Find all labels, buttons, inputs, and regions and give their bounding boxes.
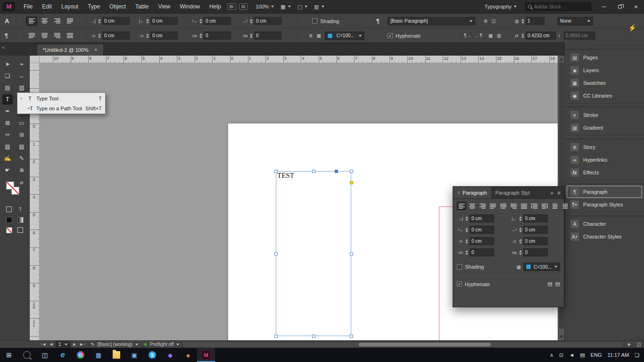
shading-swatch-select[interactable]: C=100... — [325, 32, 364, 40]
rectangle-tool[interactable]: ▭ — [17, 118, 27, 128]
panel-indent-left-field[interactable] — [470, 214, 494, 222]
next-page-button[interactable]: ▶ — [71, 342, 78, 346]
tab-paragraph-styles[interactable]: Paragraph Styl — [491, 187, 534, 198]
taskbar-chrome[interactable] — [72, 348, 90, 362]
horizontal-ruler[interactable]: 109876543210123456789101112131415161718 — [40, 56, 558, 63]
page-tool[interactable]: ❏ — [2, 71, 13, 81]
hyphenate-toggle[interactable]: ✓ Hyphenate — [388, 28, 421, 43]
tab-close-icon[interactable]: ✕ — [94, 48, 98, 52]
gap-tool[interactable]: ↔ — [17, 71, 27, 81]
space-after-stepper[interactable] — [146, 33, 149, 38]
action-center-icon[interactable]: ❑ — [635, 352, 639, 358]
dock-swatches[interactable]: ▦Swatches — [567, 77, 642, 89]
align-jleft-button[interactable] — [488, 202, 497, 210]
panel-hyphenate-checkbox[interactable]: ✓ — [457, 281, 462, 287]
menu-view[interactable]: View — [153, 0, 175, 13]
frame-handle-top-right[interactable] — [350, 170, 353, 173]
scroll-down-icon[interactable] — [560, 336, 563, 338]
align-center-button[interactable] — [39, 16, 50, 26]
content-collector-tool[interactable]: ▤ — [2, 82, 13, 93]
panel-dropcap-lines-field[interactable] — [470, 248, 494, 256]
pen-tool[interactable]: ✒ — [2, 106, 13, 116]
network-icon[interactable]: ⊡ — [559, 352, 563, 358]
numbered-list-icon[interactable]: ≣ — [484, 18, 487, 24]
zoom-level-select[interactable]: 100% — [256, 4, 274, 9]
taskbar-calculator[interactable]: ▦ — [90, 348, 107, 362]
horizontal-scroll-thumb[interactable] — [359, 343, 491, 346]
stepper[interactable] — [465, 250, 468, 255]
minimize-button[interactable] — [596, 0, 612, 13]
last-page-button[interactable]: ▶ — [78, 342, 85, 346]
document-tab[interactable]: *Untitled-2 @ 100% ✕ — [37, 44, 104, 56]
indent-right-field[interactable] — [150, 17, 178, 25]
align-jall-button[interactable] — [519, 202, 528, 210]
align-center-button[interactable] — [467, 202, 477, 210]
document-state-select[interactable]: ✎ [Basic] (working) — [91, 342, 138, 347]
content-placer-tool[interactable]: ▥ — [17, 82, 27, 93]
last-line-indent-field[interactable] — [254, 17, 281, 25]
touch-keyboard-icon[interactable]: ▤ — [580, 352, 585, 358]
panel-space-before-field[interactable] — [470, 237, 494, 245]
stepper[interactable] — [519, 239, 522, 244]
text-frame[interactable]: TEST — [276, 171, 351, 336]
space-after-field[interactable] — [150, 32, 178, 40]
align-jcenter-button[interactable] — [39, 31, 50, 41]
horizontal-scrollbar[interactable] — [182, 342, 623, 347]
align-dirltr-button[interactable] — [550, 202, 560, 210]
align-left-button[interactable] — [457, 202, 466, 210]
first-line-indent-stepper[interactable] — [199, 19, 202, 24]
stock-button[interactable]: St — [239, 3, 248, 10]
taskbar-search[interactable] — [18, 348, 36, 362]
dock-story[interactable]: ≣Story — [567, 141, 642, 153]
dock-character-styles[interactable]: A+Character Styles — [567, 230, 642, 243]
scissors-tool[interactable]: ✂ — [2, 130, 13, 140]
volume-icon[interactable]: ◄ — [569, 352, 574, 358]
flyout-item-type-on-a-path-tool[interactable]: ~TType on a Path ToolShift+T — [17, 103, 105, 113]
layout-grid-icon[interactable]: ▥ — [496, 33, 501, 38]
dock-effects[interactable]: fxEffects — [567, 166, 642, 179]
clock[interactable]: 11:17 AM — [607, 352, 629, 358]
panel-dropcap-chars-field[interactable] — [523, 248, 548, 256]
flyout-item-type-tool[interactable]: ▪TType ToolT — [17, 93, 105, 103]
dock-hyperlinks[interactable]: ∞Hyperlinks — [567, 154, 642, 166]
menu-file[interactable]: File — [19, 0, 37, 13]
stepper[interactable] — [465, 239, 468, 244]
menu-window[interactable]: Window — [175, 0, 205, 13]
dock-layers[interactable]: ◈Layers — [567, 64, 642, 76]
stepper[interactable] — [519, 216, 522, 221]
bridge-button[interactable]: Br — [227, 3, 236, 10]
rectangle-frame-tool[interactable]: ⊠ — [2, 118, 13, 128]
taskbar-start[interactable]: ⊞ — [0, 348, 18, 362]
align-right-button[interactable] — [478, 202, 487, 210]
adobe-stock-search[interactable] — [525, 2, 591, 11]
stepper[interactable] — [465, 216, 468, 221]
align-tospine-button[interactable] — [529, 202, 539, 210]
close-button[interactable]: ✕ — [628, 0, 644, 13]
tray-expand-icon[interactable]: ∧ — [550, 352, 553, 358]
gradient-feather-tool[interactable]: ▧ — [17, 141, 27, 152]
scroll-right-icon[interactable]: ▶ — [626, 342, 633, 346]
panel-group-grip[interactable] — [565, 135, 644, 140]
panel-last-line-indent-field[interactable] — [523, 226, 548, 234]
swap-fill-stroke-icon[interactable]: ⇄ — [20, 181, 24, 185]
panel-menu-icon[interactable]: ≡ — [558, 190, 561, 196]
frame-handle-active[interactable] — [335, 170, 338, 173]
align-jcenter-button[interactable] — [498, 202, 508, 210]
panel-overflow-icon[interactable]: » — [550, 190, 553, 196]
corner-options-handle[interactable] — [350, 181, 353, 184]
apply-gradient-button[interactable] — [17, 217, 24, 223]
frame-handle-bottom-center[interactable] — [312, 335, 315, 338]
restore-button[interactable] — [612, 0, 628, 13]
align-jleft-button[interactable] — [64, 16, 75, 26]
dropcap-lines-field[interactable] — [204, 32, 231, 40]
search-input[interactable] — [534, 4, 584, 9]
rtl-direction-icon[interactable]: ←¶ — [475, 33, 482, 38]
columns-field[interactable] — [526, 17, 545, 25]
stepper[interactable] — [519, 228, 522, 232]
align-dirrtl-button[interactable] — [561, 202, 570, 210]
character-formatting-button[interactable]: A — [5, 14, 9, 28]
first-page-button[interactable]: ◀ — [41, 342, 48, 346]
formatting-affects-text-icon[interactable]: T — [17, 206, 24, 213]
frame-grid-icon[interactable]: ▦ — [488, 33, 493, 38]
gradient-swatch-tool[interactable]: ▨ — [2, 141, 13, 152]
